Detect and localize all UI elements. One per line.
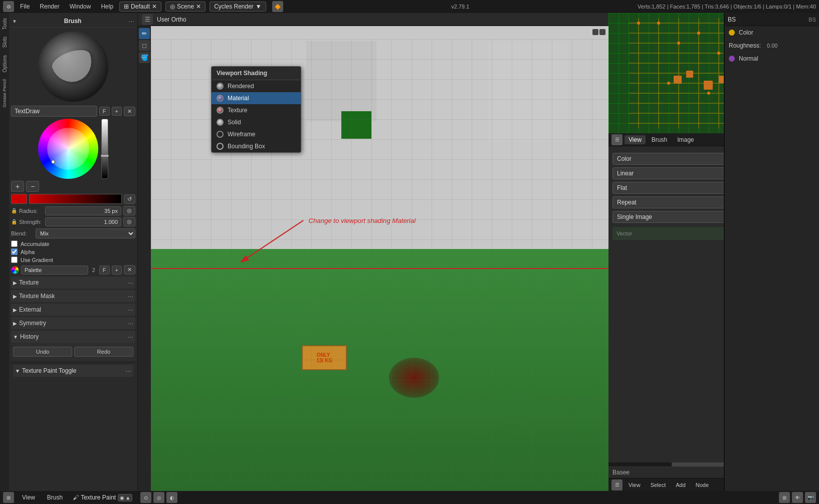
color-wheel-wrapper[interactable]	[38, 119, 98, 179]
menu-render[interactable]: Render	[36, 2, 63, 11]
symmetry-menu[interactable]: ···	[127, 319, 133, 327]
normal-node-label: Normal	[739, 55, 758, 62]
external-menu[interactable]: ···	[127, 306, 133, 314]
accumulate-checkbox[interactable]	[11, 240, 18, 247]
rp-menu-icon[interactable]: ☰	[611, 134, 623, 145]
history-menu[interactable]: ···	[127, 333, 133, 341]
redo-btn[interactable]: Redo	[74, 347, 133, 357]
rp-tab-view[interactable]: View	[625, 135, 646, 144]
nav-btn-2[interactable]	[599, 29, 605, 35]
brush-name-input[interactable]	[11, 106, 97, 117]
rp-bottom-menu[interactable]: ☰	[611, 479, 623, 490]
shading-material[interactable]: Material	[212, 92, 301, 104]
radius-input[interactable]	[45, 206, 121, 215]
texture-mask-header[interactable]: ▶Texture Mask ···	[11, 290, 135, 302]
brush-add-btn[interactable]: +	[112, 107, 122, 116]
svg-point-22	[677, 42, 680, 45]
paint-toggle-caret: ▼	[15, 368, 20, 374]
viewport-header: ☰ User Ortho	[138, 13, 608, 26]
tool-draw[interactable]: ✏	[139, 28, 150, 39]
texture-header[interactable]: ▶Texture ···	[11, 277, 135, 289]
color-swatch[interactable]	[11, 194, 27, 204]
tool-erase[interactable]: ◻	[139, 40, 150, 51]
viewport-area[interactable]: ☰ User Ortho ✏ ◻ 🪣	[138, 13, 608, 491]
bottom-menu-icon[interactable]: ⊞	[3, 492, 14, 503]
vtab-tools[interactable]: Tools	[1, 15, 9, 33]
strength-input[interactable]	[45, 217, 121, 226]
undo-redo-row: Undo Redo	[13, 347, 133, 357]
shading-rendered[interactable]: Rendered	[212, 80, 301, 92]
texture-mask-menu[interactable]: ···	[127, 292, 133, 300]
engine-selector[interactable]: Cycles Render ▼	[210, 2, 266, 12]
palette-remove-btn[interactable]: ✕	[124, 265, 135, 275]
brush-menu-dots[interactable]: ···	[128, 17, 134, 25]
rp-bottom-view[interactable]: View	[625, 481, 645, 489]
shading-bounding[interactable]: Bounding Box	[212, 140, 301, 152]
color-value-slider[interactable]	[101, 119, 108, 179]
alpha-checkbox[interactable]	[11, 248, 18, 255]
bottom-icon-3[interactable]: ◐	[166, 492, 177, 503]
bottom-icon-2[interactable]: ◎	[153, 492, 164, 503]
symmetry-header[interactable]: ▶Symmetry ···	[11, 317, 135, 329]
menu-help[interactable]: Help	[97, 2, 117, 11]
bottom-view-icon[interactable]: 👁	[792, 492, 803, 503]
rp-bottom-add[interactable]: Add	[672, 481, 690, 489]
mode-selector[interactable]: 🖌 Texture Paint ◉ ▲	[73, 494, 132, 501]
tool-fill[interactable]: 🪣	[139, 52, 150, 63]
vtab-grease-pencil[interactable]: Grease Pencil	[1, 76, 8, 111]
history-header[interactable]: ▼History ···	[11, 331, 135, 343]
vtab-slots[interactable]: Slots	[1, 34, 9, 51]
viewport-menu-icon[interactable]: ☰	[142, 14, 153, 25]
use-gradient-checkbox[interactable]	[11, 257, 18, 263]
texture-menu[interactable]: ···	[127, 279, 133, 287]
shading-texture[interactable]: Texture	[212, 104, 301, 116]
menu-file[interactable]: File	[16, 2, 34, 11]
rp-bottom-node[interactable]: Node	[692, 481, 713, 489]
nav-widget[interactable]	[592, 29, 605, 42]
paint-toggle-menu[interactable]: ···	[125, 367, 131, 375]
bottom-view-btn[interactable]: View	[18, 493, 39, 502]
color-wheel[interactable]	[38, 119, 98, 179]
menu-window[interactable]: Window	[66, 2, 95, 11]
workspace-selector[interactable]: ⊞ Default ✕	[119, 2, 161, 12]
texture-caret: ▶	[13, 280, 17, 286]
bottom-icon-1[interactable]: ⊙	[140, 492, 151, 503]
brush-f-btn[interactable]: F	[99, 107, 110, 116]
shading-solid[interactable]: Solid	[212, 116, 301, 128]
color-mode-label: Color	[617, 155, 632, 162]
nf-normal-entry: Normal	[725, 52, 819, 65]
rp-bottom-select[interactable]: Select	[647, 481, 670, 489]
paint-toggle-header[interactable]: ▼Texture Paint Toggle ···	[13, 365, 133, 377]
radius-extra-btn[interactable]: ◎	[123, 206, 135, 215]
brush-preview	[38, 32, 108, 102]
palette-f-btn[interactable]: F	[99, 266, 110, 275]
bottom-camera-icon[interactable]: 📷	[805, 492, 816, 503]
history-content: Undo Redo	[11, 343, 135, 361]
scene-selector[interactable]: ◎ Scene ✕	[165, 2, 206, 12]
rp-tab-image[interactable]: Image	[673, 135, 698, 144]
palette-input[interactable]: Palette	[21, 266, 88, 275]
rp-tab-brush[interactable]: Brush	[648, 135, 671, 144]
shading-wireframe[interactable]: Wireframe	[212, 128, 301, 140]
rendered-dot	[217, 83, 224, 90]
strength-extra-btn[interactable]: ◎	[123, 217, 135, 226]
mode-toggle-btns[interactable]: ◉ ▲	[118, 494, 132, 501]
vtab-options[interactable]: Options	[1, 52, 9, 75]
palette-add-btn[interactable]: +	[112, 266, 122, 275]
viewport-canvas[interactable]: ✏ ◻ 🪣 ONLY13/ KG	[138, 26, 608, 491]
external-header[interactable]: ▶External ···	[11, 304, 135, 316]
bottom-sync-icon[interactable]: ⊞	[779, 492, 790, 503]
right-panel: ☰ View Brush Image 🖼 BaseColor 2 F + Col…	[608, 13, 819, 491]
undo-btn[interactable]: Undo	[13, 347, 72, 357]
remove-btn[interactable]: −	[26, 181, 39, 192]
sign-box: ONLY13/ KG	[302, 345, 347, 370]
nav-btn-1[interactable]	[592, 29, 598, 35]
shading-dropdown-title: Viewport Shading	[212, 67, 301, 80]
add-btn[interactable]: +	[11, 181, 24, 192]
external-label: External	[19, 306, 41, 313]
color-gradient-bar[interactable]	[29, 194, 122, 204]
color-reset-btn[interactable]: ↺	[124, 194, 135, 204]
brush-remove-btn[interactable]: ✕	[124, 107, 135, 116]
blend-select[interactable]: Mix Multiply Add	[36, 228, 135, 238]
bottom-brush-btn[interactable]: Brush	[43, 493, 67, 502]
